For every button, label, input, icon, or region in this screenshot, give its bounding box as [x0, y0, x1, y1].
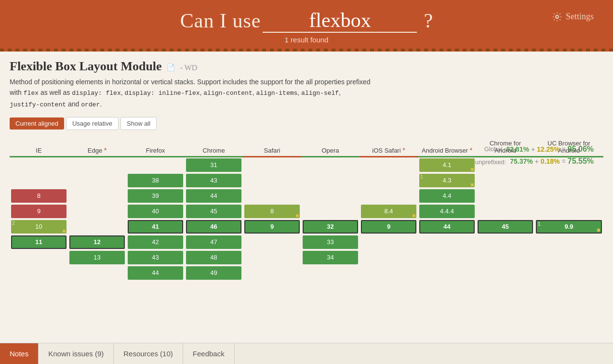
header-question: ?	[424, 9, 433, 32]
unprefixed-total: 75.55%	[568, 157, 594, 166]
tab-feedback[interactable]: Feedback	[183, 343, 235, 364]
unprefixed-stats-row: 75.37% + 0.18% = 75.55%	[510, 157, 594, 166]
table-cell: 11	[10, 234, 68, 250]
table-cell: 44	[185, 188, 243, 204]
table-cell	[301, 265, 360, 281]
table-cell: 46	[185, 219, 243, 234]
table-cell: 4.1	[418, 156, 476, 173]
table-cell	[418, 234, 476, 250]
bottom-tabs: Notes Known issues (9) Resources (10) Fe…	[0, 343, 613, 364]
table-cell: 44	[126, 265, 185, 281]
table-cell	[301, 188, 360, 204]
table-cell	[360, 250, 418, 265]
result-count: 1 result found	[0, 36, 613, 44]
table-cell: 43	[126, 250, 185, 265]
table-cell: 47	[185, 234, 243, 250]
table-cell: 9	[10, 204, 68, 219]
table-cell: 12	[68, 234, 126, 250]
content-wrapper: Flexible Box Layout Module 📄 - WD Method…	[10, 59, 603, 281]
table-cell: 4.4.4	[418, 204, 476, 219]
table-cell	[301, 173, 360, 188]
table-cell	[243, 250, 301, 265]
table-cell: 8.4	[360, 204, 418, 219]
table-cell	[476, 250, 534, 265]
col-header-firefox: Firefox	[126, 138, 185, 157]
table-cell: 13	[68, 250, 126, 265]
table-cell: 210	[10, 219, 68, 234]
table-cell: 39	[126, 188, 185, 204]
table-cell	[68, 173, 126, 188]
table-cell	[360, 173, 418, 188]
table-cell	[476, 188, 534, 204]
table-cell: 49	[185, 265, 243, 281]
table-cell: 34	[301, 250, 360, 265]
table-cell: 31	[185, 156, 243, 173]
col-header-chrome: Chrome	[185, 138, 243, 157]
table-cell: 19.9	[534, 219, 603, 234]
table-cell	[418, 265, 476, 281]
filter-usage-button[interactable]: Usage relative	[66, 117, 119, 130]
table-cell	[360, 265, 418, 281]
table-cell	[534, 265, 603, 281]
feature-title-text: Flexible Box Layout Module	[10, 59, 162, 73]
col-header-android: Android Browser *	[418, 138, 476, 157]
feature-description: Method of positioning elements in horizo…	[10, 77, 371, 110]
table-cell	[301, 204, 360, 219]
search-input[interactable]	[263, 9, 417, 33]
settings-button[interactable]: Settings	[552, 12, 594, 22]
unprefixed-plus: +	[535, 157, 539, 165]
table-cell: 44	[418, 219, 476, 234]
svg-point-0	[556, 15, 559, 18]
table-cell	[68, 204, 126, 219]
table-cell: 42	[126, 234, 185, 250]
table-cell: 48	[185, 250, 243, 265]
table-cell: 40	[126, 204, 185, 219]
col-header-edge: Edge *	[68, 138, 126, 157]
table-cell: 38	[126, 173, 185, 188]
table-cell	[360, 234, 418, 250]
table-cell: 45	[185, 204, 243, 219]
table-cell	[126, 156, 185, 173]
table-cell	[534, 234, 603, 250]
col-header-uc: UC Browser for Android	[534, 138, 603, 157]
tab-notes[interactable]: Notes	[0, 343, 39, 364]
feature-icon: 📄	[167, 64, 175, 71]
table-cell	[243, 173, 301, 188]
table-cell	[476, 204, 534, 219]
table-cell: 9	[243, 219, 301, 234]
table-cell	[534, 173, 603, 188]
table-cell	[10, 265, 68, 281]
col-header-opera: Opera	[301, 138, 360, 157]
table-cell	[360, 156, 418, 173]
tab-resources[interactable]: Resources (10)	[114, 343, 183, 364]
table-cell	[243, 265, 301, 281]
col-header-ios: iOS Safari *	[360, 138, 418, 157]
tab-known-issues[interactable]: Known issues (9)	[39, 343, 114, 364]
header-can-i-use: Can I use	[180, 9, 261, 32]
unprefixed-green: 75.37%	[510, 157, 533, 165]
table-cell: 32	[301, 219, 360, 234]
table-cell: 14.3	[418, 173, 476, 188]
unprefixed-yellow: 0.18%	[541, 157, 560, 165]
settings-label: Settings	[566, 12, 594, 22]
table-cell: 33	[301, 234, 360, 250]
table-cell	[301, 156, 360, 173]
col-header-ie: IE	[10, 138, 68, 157]
table-cell	[534, 250, 603, 265]
feature-badge: - WD	[180, 64, 198, 72]
table-cell	[360, 188, 418, 204]
header: Can I use ? Settings 1 result found	[0, 0, 613, 49]
table-cell	[68, 265, 126, 281]
table-cell	[476, 173, 534, 188]
table-cell	[418, 250, 476, 265]
filter-current-button[interactable]: Current aligned	[10, 117, 64, 130]
filter-show-all-button[interactable]: Show all	[120, 117, 157, 130]
table-cell	[534, 204, 603, 219]
table-cell	[476, 265, 534, 281]
content-area: Flexible Box Layout Module 📄 - WD Method…	[0, 52, 613, 281]
table-cell: 8	[10, 188, 68, 204]
table-cell	[10, 156, 68, 173]
table-cell	[534, 188, 603, 204]
table-cell: 45	[476, 219, 534, 234]
table-cell: 9	[360, 219, 418, 234]
